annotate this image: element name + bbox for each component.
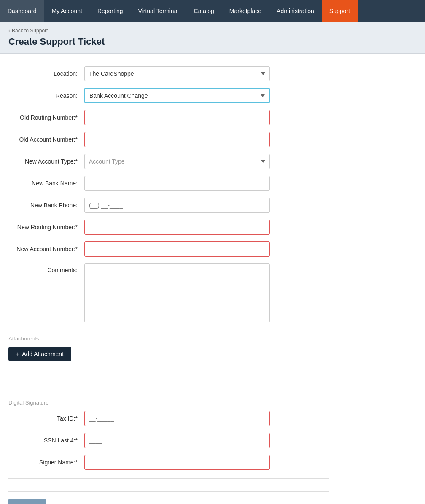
tax-id-input[interactable] — [84, 411, 270, 426]
reason-row: Reason: Bank Account Change — [8, 88, 329, 103]
nav-reporting[interactable]: Reporting — [90, 0, 131, 22]
comments-textarea[interactable] — [84, 263, 270, 322]
old-account-input[interactable] — [84, 132, 270, 147]
page-header: ‹ Back to Support Create Support Ticket — [0, 22, 425, 54]
reason-label: Reason: — [8, 92, 84, 99]
ssn-row: SSN Last 4:* — [8, 433, 329, 448]
back-link-label: Back to Support — [12, 28, 48, 34]
main-nav: Dashboard My Account Reporting Virtual T… — [0, 0, 425, 22]
new-account-number-input[interactable] — [84, 241, 270, 257]
ssn-input[interactable] — [84, 433, 270, 448]
old-routing-label: Old Routing Number:* — [8, 114, 84, 121]
new-bank-phone-row: New Bank Phone: — [8, 198, 329, 213]
new-routing-input[interactable] — [84, 220, 270, 235]
new-bank-phone-label: New Bank Phone: — [8, 202, 84, 209]
tax-id-label: Tax ID:* — [8, 415, 84, 422]
add-attachment-button[interactable]: + Add Attachment — [8, 347, 71, 361]
ssn-label: SSN Last 4:* — [8, 437, 84, 444]
back-link[interactable]: ‹ Back to Support — [8, 28, 48, 34]
new-account-number-row: New Account Number:* — [8, 241, 329, 257]
new-bank-phone-input[interactable] — [84, 198, 270, 213]
old-account-row: Old Account Number:* — [8, 132, 329, 147]
location-select[interactable]: The CardShoppe — [84, 66, 270, 81]
comments-row: Comments: — [8, 263, 329, 322]
comments-label: Comments: — [8, 263, 84, 273]
tax-id-row: Tax ID:* — [8, 411, 329, 426]
signer-name-row: Signer Name:* — [8, 455, 329, 470]
signer-name-input[interactable] — [84, 455, 270, 470]
nav-support[interactable]: Support — [322, 0, 358, 22]
nav-my-account[interactable]: My Account — [44, 0, 90, 22]
nav-marketplace[interactable]: Marketplace — [222, 0, 269, 22]
old-account-label: Old Account Number:* — [8, 136, 84, 143]
location-row: Location: The CardShoppe — [8, 66, 329, 81]
save-button[interactable]: Save — [8, 499, 46, 504]
digital-signature-section: Digital Signature Tax ID:* SSN Last 4:* … — [8, 395, 329, 470]
new-routing-label: New Routing Number:* — [8, 224, 84, 231]
nav-dashboard[interactable]: Dashboard — [0, 0, 44, 22]
footer-divider — [8, 478, 329, 479]
new-routing-row: New Routing Number:* — [8, 220, 329, 235]
new-account-type-select[interactable]: Account Type — [84, 154, 270, 169]
new-account-type-row: New Account Type:* Account Type — [8, 154, 329, 169]
old-routing-row: Old Routing Number:* — [8, 110, 329, 125]
nav-administration[interactable]: Administration — [269, 0, 322, 22]
page-title: Create Support Ticket — [8, 36, 417, 47]
plus-icon: + — [16, 351, 19, 357]
new-bank-name-row: New Bank Name: — [8, 176, 329, 191]
old-routing-input[interactable] — [84, 110, 270, 125]
new-bank-name-input[interactable] — [84, 176, 270, 191]
form-footer: Save or Cancel — [8, 491, 329, 504]
main-content: Location: The CardShoppe Reason: Bank Ac… — [0, 54, 425, 504]
attachments-divider — [8, 331, 329, 331]
new-bank-name-label: New Bank Name: — [8, 180, 84, 187]
add-attachment-label: Add Attachment — [22, 351, 64, 357]
digital-sig-divider — [8, 395, 329, 395]
reason-select[interactable]: Bank Account Change — [84, 88, 270, 103]
new-account-type-label: New Account Type:* — [8, 158, 84, 165]
location-label: Location: — [8, 70, 84, 77]
nav-catalog[interactable]: Catalog — [186, 0, 222, 22]
nav-virtual-terminal[interactable]: Virtual Terminal — [131, 0, 186, 22]
signer-name-label: Signer Name:* — [8, 459, 84, 466]
attachments-label: Attachments — [8, 335, 329, 342]
chevron-left-icon: ‹ — [8, 28, 10, 34]
support-ticket-form: Location: The CardShoppe Reason: Bank Ac… — [8, 66, 329, 504]
new-account-number-label: New Account Number:* — [8, 246, 84, 252]
digital-sig-label: Digital Signature — [8, 399, 329, 406]
